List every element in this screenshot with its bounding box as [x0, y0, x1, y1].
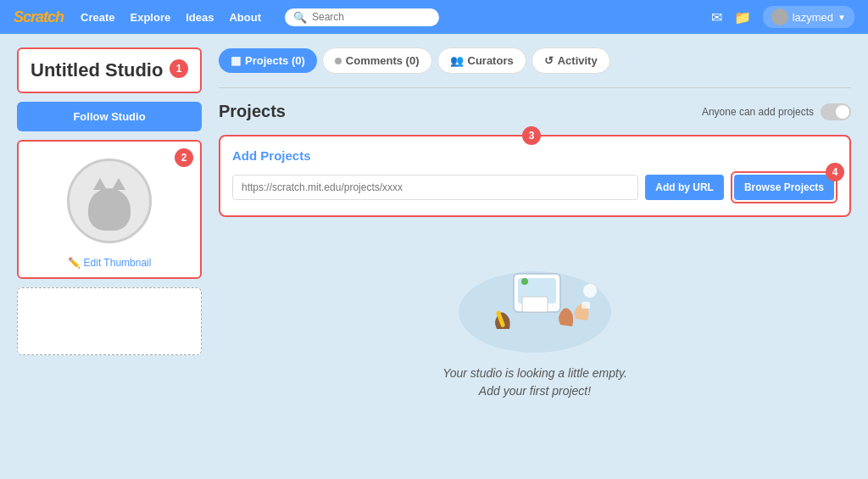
- annotation-badge-3: 3: [522, 126, 541, 145]
- search-icon: 🔍: [293, 11, 307, 24]
- svg-rect-7: [581, 302, 590, 309]
- search-input[interactable]: [312, 11, 431, 23]
- scratch-logo: Scratch: [14, 8, 64, 26]
- navbar: Scratch Create Explore Ideas About 🔍 ✉ 📁…: [0, 0, 868, 34]
- edit-thumbnail-button[interactable]: ✏️ Edit Thumbnail: [68, 257, 152, 269]
- svg-rect-4: [522, 297, 548, 312]
- add-by-url-button[interactable]: Add by URL: [645, 175, 724, 200]
- navbar-links: Create Explore Ideas About: [81, 11, 261, 24]
- add-projects-header: Add Projects: [232, 148, 837, 163]
- toggle-row: Anyone can add projects: [702, 103, 851, 120]
- tab-activity-label: Activity: [558, 54, 598, 67]
- chevron-down-icon: ▼: [837, 13, 846, 22]
- section-header: Projects Anyone can add projects: [219, 102, 851, 121]
- empty-line2: Add your first project!: [442, 382, 627, 400]
- studio-title: Untitled Studio: [31, 59, 170, 81]
- empty-state-text: Your studio is looking a little empty. A…: [442, 365, 627, 400]
- refresh-icon: ↺: [544, 54, 554, 67]
- left-sidebar: Untitled Studio 1 Follow Studio 2 ✏️ Edi…: [17, 47, 202, 409]
- thumbnail-image: [50, 150, 169, 252]
- cat-avatar: [67, 159, 152, 243]
- project-url-input[interactable]: [232, 175, 638, 200]
- pencil-icon: ✏️: [68, 257, 81, 269]
- divider: [219, 87, 851, 88]
- user-menu[interactable]: lazymed ▼: [763, 6, 854, 28]
- studio-title-box: Untitled Studio 1: [17, 47, 202, 93]
- navbar-right: ✉ 📁 lazymed ▼: [711, 6, 854, 28]
- toggle-knob: [836, 105, 849, 119]
- add-projects-title: Add Projects: [232, 148, 311, 163]
- add-projects-input-row: Add by URL 4 Browse Projects: [232, 171, 837, 203]
- follow-studio-button[interactable]: Follow Studio: [17, 102, 202, 131]
- people-icon: 👥: [450, 54, 464, 67]
- navbar-ideas[interactable]: Ideas: [186, 11, 214, 24]
- navbar-explore[interactable]: Explore: [131, 11, 171, 24]
- svg-point-6: [583, 284, 597, 298]
- main-content: Untitled Studio 1 Follow Studio 2 ✏️ Edi…: [0, 34, 868, 422]
- tab-projects[interactable]: ▦ Projects (0): [219, 48, 317, 73]
- annotation-badge-1: 1: [170, 59, 188, 78]
- avatar: [771, 8, 788, 25]
- cat-ear-left: [93, 178, 107, 190]
- edit-thumbnail-label: Edit Thumbnail: [84, 257, 152, 269]
- tabs-bar: ▦ Projects (0) Comments (0) 👥 Curators ↺…: [219, 47, 851, 74]
- annotation-badge-4: 4: [826, 163, 844, 181]
- right-area: ▦ Projects (0) Comments (0) 👥 Curators ↺…: [219, 47, 851, 409]
- tab-projects-label: Projects (0): [245, 54, 305, 67]
- empty-state: Your studio is looking a little empty. A…: [219, 227, 851, 409]
- tab-comments[interactable]: Comments (0): [322, 47, 432, 74]
- svg-point-3: [521, 278, 528, 285]
- tab-curators[interactable]: 👥 Curators: [437, 47, 526, 74]
- annotation-badge-2: 2: [175, 148, 193, 167]
- navbar-create[interactable]: Create: [81, 11, 114, 24]
- projects-section-title: Projects: [219, 102, 286, 121]
- empty-line1: Your studio is looking a little empty.: [442, 365, 627, 382]
- search-bar: 🔍: [285, 8, 439, 26]
- dot-icon: [335, 58, 342, 64]
- tab-activity[interactable]: ↺ Activity: [531, 47, 610, 74]
- folder-icon[interactable]: 📁: [734, 9, 751, 25]
- toggle-label: Anyone can add projects: [702, 106, 814, 118]
- browse-projects-button[interactable]: Browse Projects: [734, 175, 834, 200]
- empty-illustration: [450, 244, 620, 354]
- mail-icon[interactable]: ✉: [711, 9, 722, 25]
- tab-comments-label: Comments (0): [346, 54, 420, 67]
- cat-ear-right: [112, 178, 125, 190]
- tab-curators-label: Curators: [468, 54, 514, 67]
- username: lazymed: [793, 11, 833, 24]
- description-box[interactable]: [17, 287, 202, 355]
- navbar-about[interactable]: About: [229, 11, 261, 24]
- cat-body: [88, 188, 131, 231]
- grid-icon: ▦: [231, 54, 241, 67]
- thumbnail-box: 2 ✏️ Edit Thumbnail: [17, 140, 202, 279]
- anyone-add-toggle[interactable]: [821, 103, 851, 120]
- add-projects-box: Add Projects Add by URL 4 Browse Project…: [219, 135, 851, 217]
- browse-btn-wrapper: 4 Browse Projects: [731, 171, 837, 203]
